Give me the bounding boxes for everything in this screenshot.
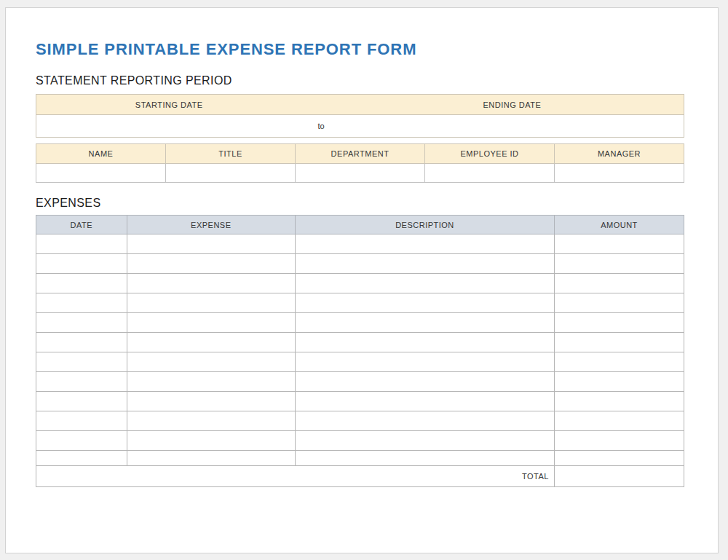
employee-header-department: DEPARTMENT <box>296 144 425 164</box>
expense-description-cell[interactable] <box>295 333 554 352</box>
department-cell[interactable] <box>296 164 425 183</box>
expense-row <box>36 313 684 333</box>
expense-row <box>36 411 684 431</box>
expense-date-cell[interactable] <box>36 372 127 392</box>
expenses-table: DATE EXPENSE DESCRIPTION AMOUNT <box>36 215 684 487</box>
expense-date-cell[interactable] <box>36 313 127 333</box>
employee-header-manager: MANAGER <box>555 144 684 164</box>
expense-date-cell[interactable] <box>36 234 127 254</box>
period-header-starting-date: STARTING DATE <box>36 95 302 115</box>
employee-header-row: NAME TITLE DEPARTMENT EMPLOYEE ID MANAGE… <box>36 144 684 164</box>
expense-row <box>36 352 684 372</box>
expense-amount-cell[interactable] <box>554 234 684 254</box>
expenses-header-description: DESCRIPTION <box>295 216 554 234</box>
expense-description-cell[interactable] <box>295 274 554 293</box>
screen-background: SIMPLE PRINTABLE EXPENSE REPORT FORM STA… <box>0 0 728 560</box>
expense-row <box>36 234 684 254</box>
expense-date-cell[interactable] <box>36 411 127 431</box>
statement-section-heading: STATEMENT REPORTING PERIOD <box>36 74 684 87</box>
expenses-header-date: DATE <box>36 216 127 234</box>
expense-description-cell[interactable] <box>295 411 554 431</box>
starting-date-cell[interactable] <box>36 115 302 138</box>
name-cell[interactable] <box>36 164 166 183</box>
expenses-header-amount: AMOUNT <box>554 216 684 234</box>
employee-header-title: TITLE <box>166 144 296 164</box>
total-amount-cell[interactable] <box>554 466 684 487</box>
reporting-period-table: STARTING DATE ENDING DATE to <box>36 94 684 138</box>
expense-name-cell[interactable] <box>127 293 295 313</box>
expense-name-cell[interactable] <box>127 372 295 392</box>
expense-amount-cell[interactable] <box>554 352 684 372</box>
expense-amount-cell[interactable] <box>554 372 684 392</box>
expense-row <box>36 392 684 411</box>
period-value-row: to <box>36 115 684 138</box>
expense-amount-cell[interactable] <box>554 431 684 451</box>
expense-name-cell[interactable] <box>127 333 295 352</box>
ending-date-cell[interactable] <box>341 115 684 138</box>
expense-description-cell[interactable] <box>295 431 554 451</box>
period-header-row: STARTING DATE ENDING DATE <box>36 95 684 115</box>
period-header-spacer <box>301 95 340 115</box>
expense-date-cell[interactable] <box>36 352 127 372</box>
total-label: TOTAL <box>36 466 555 487</box>
expense-table-body <box>36 234 684 466</box>
expenses-header-expense: EXPENSE <box>127 216 295 234</box>
expense-row <box>36 372 684 392</box>
expense-date-cell[interactable] <box>36 333 127 352</box>
expense-name-cell[interactable] <box>127 352 295 372</box>
period-separator: to <box>301 115 340 138</box>
employee-info-table: NAME TITLE DEPARTMENT EMPLOYEE ID MANAGE… <box>36 143 684 183</box>
expense-row <box>36 333 684 352</box>
document-page: SIMPLE PRINTABLE EXPENSE REPORT FORM STA… <box>5 7 719 553</box>
expense-description-cell[interactable] <box>295 313 554 333</box>
expense-date-cell[interactable] <box>36 392 127 411</box>
period-header-ending-date: ENDING DATE <box>341 95 684 115</box>
expense-description-cell[interactable] <box>295 392 554 411</box>
expense-row <box>36 274 684 293</box>
expense-name-cell[interactable] <box>127 451 295 466</box>
expense-name-cell[interactable] <box>127 392 295 411</box>
expense-amount-cell[interactable] <box>554 411 684 431</box>
expense-row <box>36 254 684 274</box>
expense-date-cell[interactable] <box>36 451 127 466</box>
expense-date-cell[interactable] <box>36 254 127 274</box>
expense-name-cell[interactable] <box>127 274 295 293</box>
employee-value-row <box>36 164 684 183</box>
expense-row <box>36 451 684 466</box>
expense-name-cell[interactable] <box>127 313 295 333</box>
expense-row <box>36 293 684 313</box>
expense-name-cell[interactable] <box>127 234 295 254</box>
employee-header-employee-id: EMPLOYEE ID <box>425 144 555 164</box>
employee-id-cell[interactable] <box>425 164 555 183</box>
title-cell[interactable] <box>166 164 296 183</box>
expense-date-cell[interactable] <box>36 274 127 293</box>
expense-amount-cell[interactable] <box>554 274 684 293</box>
employee-header-name: NAME <box>36 144 166 164</box>
expenses-header-row: DATE EXPENSE DESCRIPTION AMOUNT <box>36 216 684 234</box>
expense-description-cell[interactable] <box>295 293 554 313</box>
expense-date-cell[interactable] <box>36 293 127 313</box>
expense-description-cell[interactable] <box>295 234 554 254</box>
expense-name-cell[interactable] <box>127 411 295 431</box>
expenses-section-heading: EXPENSES <box>36 196 684 210</box>
expense-amount-cell[interactable] <box>554 254 684 274</box>
expense-row <box>36 431 684 451</box>
expense-amount-cell[interactable] <box>554 392 684 411</box>
expense-description-cell[interactable] <box>295 372 554 392</box>
expense-amount-cell[interactable] <box>554 451 684 466</box>
expense-name-cell[interactable] <box>127 431 295 451</box>
manager-cell[interactable] <box>555 164 684 183</box>
expense-date-cell[interactable] <box>36 431 127 451</box>
page-content: SIMPLE PRINTABLE EXPENSE REPORT FORM STA… <box>6 40 718 487</box>
expense-amount-cell[interactable] <box>554 313 684 333</box>
expense-description-cell[interactable] <box>295 352 554 372</box>
expense-description-cell[interactable] <box>295 254 554 274</box>
expenses-total-row: TOTAL <box>36 466 684 487</box>
expense-name-cell[interactable] <box>127 254 295 274</box>
expense-amount-cell[interactable] <box>554 293 684 313</box>
expense-amount-cell[interactable] <box>554 333 684 352</box>
page-title: SIMPLE PRINTABLE EXPENSE REPORT FORM <box>36 40 684 59</box>
expense-description-cell[interactable] <box>295 451 554 466</box>
